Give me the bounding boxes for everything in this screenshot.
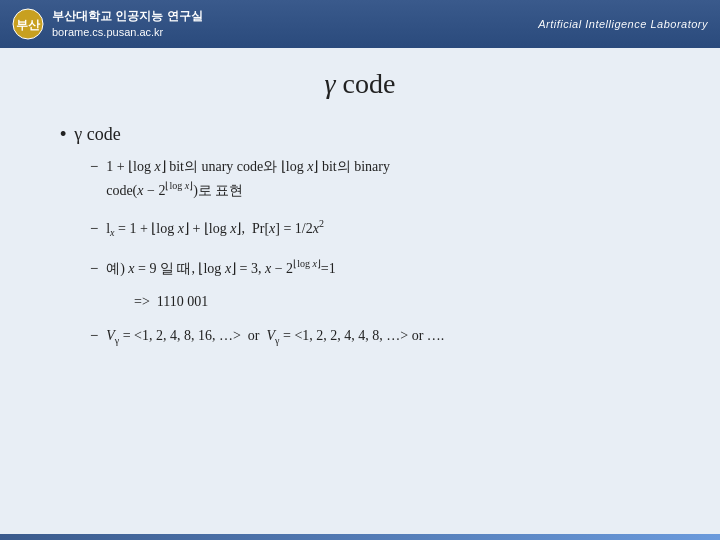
university-name: 부산대학교 인공지능 연구실 — [52, 8, 203, 25]
slide-title: γ code — [40, 68, 680, 100]
bullet-section: • γ code − 1 + ⌊log x⌋ bit의 unary code와 … — [60, 124, 680, 349]
dash-2: − — [90, 217, 98, 239]
title-gamma: γ — [325, 68, 336, 99]
sub-bullets: − 1 + ⌊log x⌋ bit의 unary code와 ⌊log x⌋ b… — [90, 155, 680, 349]
sub-bullet-3: − 예) x = 9 일 때, ⌊log x⌋ = 3, x − 2⌊log x… — [90, 256, 680, 280]
arrow-line: => 1110 001 — [120, 294, 680, 310]
slide-border-bottom — [0, 534, 720, 540]
sub-text-1: 1 + ⌊log x⌋ bit의 unary code와 ⌊log x⌋ bit… — [106, 156, 390, 202]
sub-text-2: lx = 1 + ⌊log x⌋ + ⌊log x⌋, Pr[x] = 1/2x… — [106, 216, 324, 241]
sub-text-3: 예) x = 9 일 때, ⌊log x⌋ = 3, x − 2⌊log x⌋=… — [106, 256, 336, 280]
main-bullet-text: γ code — [74, 124, 120, 145]
binary-result-2: 001 — [187, 294, 208, 309]
bullet-dot: • — [60, 124, 66, 145]
header: 부산 부산대학교 인공지능 연구실 borame.cs.pusan.ac.kr … — [0, 0, 720, 48]
sub-bullet-4: − Vγ = <1, 2, 4, 8, 16, …> or Vγ = <1, 2… — [90, 324, 680, 349]
sub-bullet-2: − lx = 1 + ⌊log x⌋ + ⌊log x⌋, Pr[x] = 1/… — [90, 216, 680, 241]
dash-4: − — [90, 324, 98, 346]
sub-text-4: Vγ = <1, 2, 4, 8, 16, …> or Vγ = <1, 2, … — [106, 325, 444, 349]
title-code: code — [343, 68, 396, 99]
header-text: 부산대학교 인공지능 연구실 borame.cs.pusan.ac.kr — [52, 8, 203, 40]
svg-text:부산: 부산 — [16, 18, 41, 32]
university-url: borame.cs.pusan.ac.kr — [52, 25, 203, 40]
dash-3: − — [90, 257, 98, 279]
dash-1: − — [90, 155, 98, 177]
slide-content: γ code • γ code − 1 + ⌊log x⌋ bit의 unary… — [0, 48, 720, 383]
sub-bullet-1: − 1 + ⌊log x⌋ bit의 unary code와 ⌊log x⌋ b… — [90, 155, 680, 202]
main-bullet: • γ code — [60, 124, 680, 145]
lab-name: Artificial Intelligence Laboratory — [538, 18, 708, 30]
binary-result: 1110 — [157, 294, 184, 309]
main-gamma: γ — [74, 124, 82, 144]
university-logo: 부산 — [12, 8, 44, 40]
header-left: 부산 부산대학교 인공지능 연구실 borame.cs.pusan.ac.kr — [12, 8, 203, 40]
